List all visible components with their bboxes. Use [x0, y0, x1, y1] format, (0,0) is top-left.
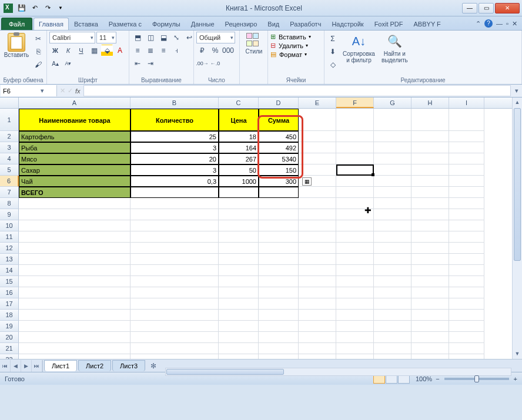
- cell-H16[interactable]: [411, 287, 449, 298]
- new-sheet-button[interactable]: ✻: [148, 361, 159, 371]
- row-header-16[interactable]: 16: [0, 287, 19, 298]
- cell-B6[interactable]: 0,3: [130, 176, 219, 187]
- cell-H19[interactable]: [411, 321, 449, 332]
- cell-B10[interactable]: [130, 220, 219, 231]
- decrease-decimal-button[interactable]: ←.0: [209, 58, 221, 69]
- merge-button[interactable]: ⫞: [170, 45, 182, 56]
- row-header-2[interactable]: 2: [0, 131, 19, 142]
- cell-B7[interactable]: [130, 187, 219, 198]
- cell-G11[interactable]: [374, 231, 411, 243]
- workbook-close-icon[interactable]: ✕: [512, 20, 517, 28]
- vertical-scroll-thumb[interactable]: [514, 108, 521, 261]
- workbook-minimize-icon[interactable]: —: [496, 20, 503, 27]
- cell-D19[interactable]: [259, 321, 299, 332]
- cell-B1[interactable]: Количество: [130, 109, 219, 131]
- cell-A21[interactable]: [19, 343, 130, 354]
- cell-H6[interactable]: [411, 176, 449, 187]
- cell-A22[interactable]: [19, 354, 130, 359]
- row-header-19[interactable]: 19: [0, 321, 19, 332]
- tab-вставка[interactable]: Вставка: [69, 18, 103, 30]
- column-header-I[interactable]: I: [449, 98, 484, 108]
- cell-D20[interactable]: [259, 332, 299, 343]
- cell-C16[interactable]: [219, 287, 259, 298]
- minimize-button[interactable]: —: [462, 3, 477, 14]
- fill-color-button[interactable]: ⬙: [101, 45, 113, 56]
- align-right-button[interactable]: ≡: [158, 45, 169, 56]
- number-format-combo[interactable]: Общий: [196, 32, 235, 43]
- cell-H18[interactable]: [411, 310, 449, 321]
- increase-font-button[interactable]: A▴: [49, 58, 61, 69]
- cell-C21[interactable]: [219, 343, 259, 354]
- cell-I22[interactable]: [449, 354, 484, 359]
- tab-разработч[interactable]: Разработч: [285, 18, 326, 30]
- row-header-7[interactable]: 7: [0, 187, 19, 198]
- cell-F17[interactable]: [336, 298, 374, 310]
- cell-H12[interactable]: [411, 243, 449, 254]
- cell-F10[interactable]: [336, 220, 374, 231]
- fill-button[interactable]: ⬇: [327, 46, 339, 58]
- increase-indent-button[interactable]: ⇥: [145, 58, 156, 69]
- align-bottom-button[interactable]: ⬓: [158, 32, 169, 43]
- cell-E10[interactable]: [299, 220, 336, 231]
- cell-H22[interactable]: [411, 354, 449, 359]
- accounting-format-button[interactable]: ₽: [196, 45, 208, 56]
- cell-D16[interactable]: [259, 287, 299, 298]
- cell-B11[interactable]: [130, 231, 219, 243]
- row-header-3[interactable]: 3: [0, 142, 19, 153]
- vertical-scrollbar[interactable]: ▲ ▼: [512, 98, 522, 359]
- cell-D13[interactable]: [259, 254, 299, 265]
- cell-G10[interactable]: [374, 220, 411, 231]
- cell-E16[interactable]: [299, 287, 336, 298]
- cell-H1[interactable]: [411, 109, 449, 131]
- cell-D9[interactable]: [259, 209, 299, 220]
- cell-H14[interactable]: [411, 265, 449, 276]
- cell-A8[interactable]: [19, 198, 130, 209]
- cell-G14[interactable]: [374, 265, 411, 276]
- styles-button[interactable]: Стили: [242, 32, 266, 56]
- cell-F3[interactable]: [336, 142, 374, 153]
- tab-надстройк[interactable]: Надстройк: [326, 18, 369, 30]
- cell-A14[interactable]: [19, 265, 130, 276]
- redo-button[interactable]: ↷: [42, 3, 53, 14]
- cell-I16[interactable]: [449, 287, 484, 298]
- cell-C6[interactable]: 1000: [219, 176, 259, 187]
- cell-A15[interactable]: [19, 276, 130, 287]
- cell-F4[interactable]: [336, 153, 374, 164]
- cell-E15[interactable]: [299, 276, 336, 287]
- cell-C12[interactable]: [219, 243, 259, 254]
- cell-G8[interactable]: [374, 198, 411, 209]
- row-header-21[interactable]: 21: [0, 343, 19, 354]
- cell-E22[interactable]: [299, 354, 336, 359]
- tab-foxit pdf[interactable]: Foxit PDF: [369, 18, 409, 30]
- row-header-20[interactable]: 20: [0, 332, 19, 343]
- cell-C19[interactable]: [219, 321, 259, 332]
- column-header-C[interactable]: C: [219, 98, 259, 108]
- row-header-12[interactable]: 12: [0, 243, 19, 254]
- cell-G6[interactable]: [374, 176, 411, 187]
- cell-D11[interactable]: [259, 231, 299, 243]
- cell-E2[interactable]: [299, 131, 336, 142]
- cell-G17[interactable]: [374, 298, 411, 310]
- name-box-dropdown-icon[interactable]: ▾: [38, 87, 46, 95]
- cell-D4[interactable]: 5340: [259, 153, 299, 164]
- cell-C7[interactable]: [219, 187, 259, 198]
- cell-F15[interactable]: [336, 276, 374, 287]
- cell-D10[interactable]: [259, 220, 299, 231]
- cell-A11[interactable]: [19, 231, 130, 243]
- cell-B12[interactable]: [130, 243, 219, 254]
- cell-G12[interactable]: [374, 243, 411, 254]
- close-button[interactable]: ✕: [495, 3, 520, 14]
- undo-button[interactable]: ↶: [29, 3, 40, 14]
- tab-разметка с[interactable]: Разметка с: [103, 18, 147, 30]
- cell-G9[interactable]: [374, 209, 411, 220]
- cell-G15[interactable]: [374, 276, 411, 287]
- sheet-tab-Лист2[interactable]: Лист2: [78, 360, 111, 371]
- row-header-6[interactable]: 6: [0, 176, 19, 187]
- cell-E14[interactable]: [299, 265, 336, 276]
- orientation-button[interactable]: ⤡: [170, 32, 182, 43]
- clear-button[interactable]: ◇: [327, 59, 339, 70]
- increase-decimal-button[interactable]: .00→: [196, 58, 208, 69]
- cell-I1[interactable]: [449, 109, 484, 131]
- tab-file[interactable]: Файл: [1, 18, 32, 30]
- cell-A20[interactable]: [19, 332, 130, 343]
